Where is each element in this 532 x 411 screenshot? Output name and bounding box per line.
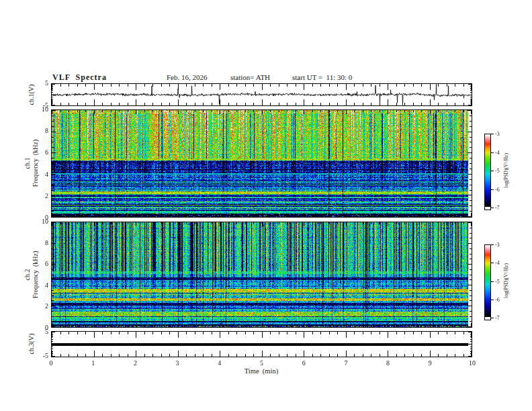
colorbar-tick-mark [491,152,494,153]
ch1-spectrogram-canvas [52,110,472,217]
station-label: station= ATH [230,73,270,81]
xaxis-tick-label: 0 [42,360,60,367]
xaxis-tick-label: 10 [463,360,481,367]
colorbar-tick-mark [491,171,494,171]
panel-ch2-spectrogram [51,222,472,328]
xaxis-tick-label: 8 [380,360,397,367]
xaxis-tick-label: 7 [337,360,355,367]
colorbar-2 [484,244,491,320]
panel-ch1-spectrogram [51,109,472,218]
colorbar-tick-mark [491,189,494,190]
colorbar-tick-mark [491,281,494,282]
ch1-wave-ytick-label: -5 [34,102,48,109]
ylabel-spec1-frequency: Frequency (kHz) [32,109,40,217]
ch3-wave-ytick-label: -5 [34,353,48,359]
ylabel-spec1-channel: ch.1 [24,109,32,217]
xaxis-tick-label: 6 [295,360,312,367]
colorbar-tick-mark [491,300,494,300]
plot-title: VLF Spectra [52,73,107,83]
start-ut-label: start UT = 11: 30: 0 [292,73,352,81]
xaxis-tick-label: 4 [211,360,228,367]
colorbar-1 [484,134,491,210]
ch1-waveform-canvas [52,84,472,105]
xaxis-tick-label: 9 [421,360,439,367]
colorbar-1-label: log(PSD)(V²/Hz) [502,130,511,211]
ch3-wave-ytick-label: 5 [34,328,48,335]
panel-ch3-waveform [51,331,472,357]
ch1-wave-ytick-label: 5 [34,80,48,87]
colorbar-1-canvas [485,134,490,207]
xaxis-tick-label: 1 [85,360,102,367]
colorbar-tick-mark [491,134,494,134]
ylabel-ch3-volts: ch.3(V) [28,290,36,398]
colorbar-tick-mark [491,208,494,208]
xaxis-tick-label: 3 [169,360,186,367]
colorbar-tick-mark [491,244,494,245]
date-label: Feb. 16, 2026 [167,73,208,81]
xaxis-tick-label: 5 [253,360,271,367]
colorbar-2-label: log(PSD)(V²/Hz) [502,240,511,321]
xaxis-title: Time (min) [221,367,302,375]
ch2-spectrogram-canvas [52,222,472,327]
ch3-waveform-canvas [52,332,472,357]
colorbar-2-canvas [485,245,490,317]
colorbar-tick-mark [491,318,494,318]
colorbar-tick-mark [491,263,494,263]
panel-ch1-waveform [51,83,472,106]
xaxis-tick-label: 2 [126,360,144,367]
figure: VLF Spectra Feb. 16, 2026 station= ATH s… [0,0,532,411]
